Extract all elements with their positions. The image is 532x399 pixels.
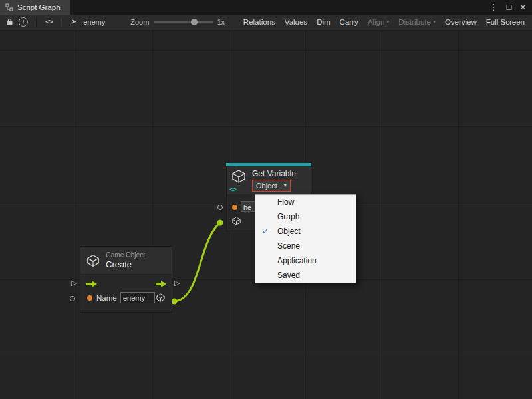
window-controls: ⋮ □ ×	[489, 0, 532, 15]
maximize-button[interactable]: □	[507, 0, 512, 15]
output-cube-icon	[156, 293, 166, 303]
graph-name-label: enemy	[83, 18, 105, 26]
toolbar-separator	[36, 17, 37, 27]
string-port-dot[interactable]	[232, 205, 237, 210]
get-variable-title: Get Variable	[252, 169, 296, 179]
overview-label: Overview	[445, 18, 477, 26]
get-variable-header: <> Get Variable Object ▾	[226, 166, 311, 194]
window-menu-button[interactable]: ⋮	[489, 0, 498, 15]
tab-script-graph[interactable]: Script Graph	[0, 0, 70, 15]
menu-item-label: Flow	[277, 198, 294, 207]
menu-item-application[interactable]: Application	[255, 253, 356, 268]
menu-item-graph[interactable]: Graph	[255, 209, 356, 224]
menu-item-flow[interactable]: Flow	[255, 195, 356, 209]
variable-scope-value: Object	[256, 182, 277, 190]
game-object-cube-icon	[86, 253, 100, 268]
name-label: Name	[96, 293, 117, 303]
object-cube-icon	[231, 216, 241, 226]
full-screen-button[interactable]: Full Screen	[481, 15, 529, 29]
name-input[interactable]	[120, 292, 155, 303]
zoom-slider[interactable]	[154, 15, 213, 29]
scope-dropdown-menu: Flow Graph ✓ Object Scene Application Sa…	[255, 194, 356, 283]
menu-item-label: Saved	[277, 271, 300, 280]
create-category: Game Object	[106, 251, 145, 259]
overview-button[interactable]: Overview	[440, 15, 481, 29]
menu-item-saved[interactable]: Saved	[255, 268, 356, 283]
carry-label: Carry	[340, 18, 358, 26]
menu-item-label: Application	[277, 256, 317, 265]
create-title: Create	[106, 259, 145, 269]
zoom-label: Zoom	[130, 18, 149, 26]
relations-button[interactable]: Relations	[239, 15, 280, 29]
values-label: Values	[285, 18, 307, 26]
lock-icon[interactable]	[3, 15, 16, 29]
align-button[interactable]: Align ▾	[363, 15, 394, 29]
distribute-button[interactable]: Distribute ▾	[394, 15, 440, 29]
graph-pointer-icon	[67, 15, 80, 29]
distribute-label: Distribute	[398, 18, 431, 26]
toolbar-separator	[61, 17, 62, 27]
flow-in-arrow-icon[interactable]	[86, 280, 98, 288]
info-icon[interactable]: i	[19, 17, 28, 27]
chevron-down-icon: ▾	[386, 19, 389, 25]
menu-item-label: Object	[277, 227, 301, 236]
relations-label: Relations	[243, 18, 275, 26]
menu-item-scene[interactable]: Scene	[255, 239, 356, 253]
name-input-port[interactable]	[70, 296, 75, 301]
create-body: Name	[80, 275, 172, 312]
toolbar-buttons: Relations Values Dim Carry Align ▾ Distr…	[239, 15, 529, 29]
variable-cube-icon: <>	[231, 168, 248, 192]
variable-scope-dropdown[interactable]: Object ▾	[252, 180, 291, 192]
variable-name-port[interactable]	[217, 205, 223, 210]
tab-title: Script Graph	[17, 3, 61, 11]
carry-button[interactable]: Carry	[335, 15, 363, 29]
chevron-down-icon: ▾	[433, 19, 436, 25]
menu-item-label: Graph	[277, 212, 299, 221]
dim-label: Dim	[317, 18, 330, 26]
full-screen-label: Full Screen	[486, 18, 525, 26]
zoom-slider-handle[interactable]	[191, 19, 198, 25]
close-button[interactable]: ×	[520, 0, 525, 15]
values-button[interactable]: Values	[280, 15, 312, 29]
toolbar: i <> enemy Zoom 1x Relations Values Dim …	[0, 15, 532, 29]
code-view-icon[interactable]: <>	[43, 17, 55, 26]
code-mark-icon: <>	[229, 186, 236, 193]
flow-out-arrow-icon[interactable]	[155, 280, 167, 288]
zoom-value: 1x	[217, 18, 225, 26]
flow-input-port[interactable]: ▷	[71, 279, 76, 287]
dim-button[interactable]: Dim	[312, 15, 334, 29]
name-port-dot[interactable]	[87, 295, 92, 301]
script-graph-icon	[5, 3, 13, 11]
align-label: Align	[368, 18, 385, 26]
check-icon: ✓	[262, 224, 269, 239]
node-create-game-object[interactable]: Game Object Create Name ▷ ▷	[80, 246, 172, 313]
chevron-down-icon: ▾	[284, 182, 287, 189]
window-titlebar: Script Graph ⋮ □ ×	[0, 0, 532, 15]
menu-item-label: Scene	[277, 241, 300, 251]
zoom-slider-track	[154, 21, 213, 23]
flow-output-port[interactable]: ▷	[174, 279, 180, 287]
menu-item-object[interactable]: ✓ Object	[255, 224, 356, 239]
create-header: Game Object Create	[80, 247, 172, 275]
